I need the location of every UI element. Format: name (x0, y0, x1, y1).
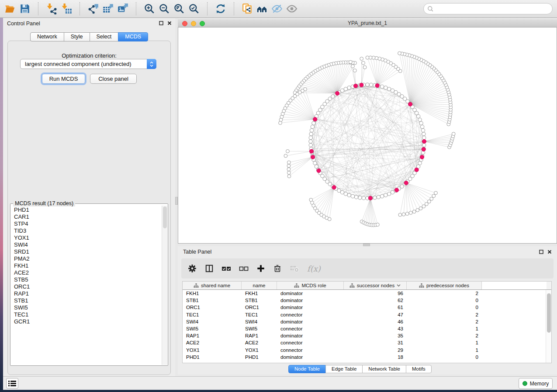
network-node[interactable] (391, 191, 394, 194)
criterion-dropdown[interactable]: largest connected component (undirected) (20, 59, 156, 69)
mcds-result-item[interactable]: STB1 (14, 297, 162, 304)
network-node[interactable] (409, 211, 412, 215)
network-node[interactable] (417, 114, 420, 118)
network-node[interactable] (351, 65, 355, 68)
network-node[interactable] (419, 121, 423, 125)
network-node[interactable] (413, 108, 416, 112)
network-node[interactable] (355, 195, 358, 199)
mcds-node[interactable] (368, 196, 372, 200)
table-row[interactable]: RAP1RAP1dominator352 (183, 332, 546, 339)
network-node[interactable] (422, 132, 426, 136)
mcds-result-item[interactable]: CAR1 (14, 213, 162, 220)
network-node[interactable] (415, 111, 419, 115)
mcds-result-item[interactable]: SWI4 (14, 241, 162, 248)
table-cell[interactable]: 0 (407, 298, 482, 303)
table-cell[interactable]: STB1 (242, 298, 277, 303)
network-node[interactable] (405, 212, 409, 216)
create-column-button[interactable] (256, 264, 265, 273)
network-node[interactable] (362, 196, 365, 200)
network-node[interactable] (373, 196, 377, 199)
tab-mcds[interactable]: MCDS (118, 32, 148, 41)
run-mcds-button[interactable]: Run MCDS (42, 74, 85, 84)
network-node[interactable] (318, 108, 322, 112)
table-cell[interactable]: 46 (344, 319, 407, 324)
table-cell[interactable]: connector (277, 312, 344, 317)
table-cell[interactable]: 47 (344, 312, 407, 317)
mcds-result-item[interactable]: PHD1 (14, 206, 162, 213)
mcds-node[interactable] (375, 83, 379, 87)
network-node[interactable] (309, 132, 313, 136)
network-node[interactable] (434, 191, 438, 195)
table-cell[interactable]: TEC1 (183, 312, 242, 317)
tab-network-table[interactable]: Network Table (362, 365, 406, 373)
table-row[interactable]: ORC1ORC1dominator610 (183, 304, 546, 311)
mcds-result-item[interactable]: YOX1 (14, 234, 162, 241)
network-node[interactable] (337, 189, 341, 193)
network-node[interactable] (309, 143, 312, 147)
tab-network[interactable]: Network (30, 32, 64, 41)
network-node[interactable] (328, 217, 331, 221)
table-cell[interactable]: 62 (344, 298, 407, 303)
network-node[interactable] (321, 105, 324, 109)
mcds-result-item[interactable]: FKH1 (14, 262, 162, 269)
network-node[interactable] (394, 90, 398, 94)
network-node[interactable] (363, 65, 367, 69)
mcds-node[interactable] (336, 91, 339, 95)
network-node[interactable] (311, 125, 314, 128)
table-cell[interactable]: 18 (344, 354, 407, 360)
network-node[interactable] (411, 174, 414, 178)
table-row[interactable]: SWI5SWI5connector431 (183, 325, 546, 332)
table-row[interactable]: STB1STB1dominator620 (183, 297, 546, 304)
mcds-node[interactable] (408, 102, 412, 106)
network-node[interactable] (377, 195, 380, 199)
table-row[interactable]: ACE2ACE2connector311 (183, 339, 546, 346)
network-node[interactable] (402, 213, 405, 216)
network-node[interactable] (353, 69, 356, 72)
table-cell[interactable]: 35 (344, 333, 407, 338)
network-node[interactable] (286, 150, 290, 153)
table-cell[interactable]: SWI5 (242, 326, 277, 331)
mcds-result-item[interactable]: TEC1 (14, 311, 162, 318)
zoom-out-button[interactable] (157, 1, 172, 16)
hide-selected-button[interactable] (270, 1, 284, 16)
zoom-fit-button[interactable] (172, 1, 187, 16)
network-node[interactable] (398, 52, 401, 55)
network-node[interactable] (422, 205, 426, 208)
network-node[interactable] (287, 161, 291, 164)
mcds-node[interactable] (404, 181, 408, 185)
network-node[interactable] (360, 57, 363, 61)
network-node[interactable] (384, 193, 387, 197)
table-cell[interactable]: 2 (407, 312, 482, 317)
network-node[interactable] (347, 86, 351, 89)
table-cell[interactable]: connector (277, 347, 344, 353)
network-node[interactable] (400, 95, 404, 98)
network-node[interactable] (422, 136, 426, 139)
tab-style[interactable]: Style (64, 32, 90, 41)
table-cell[interactable]: 43 (344, 326, 407, 331)
table-cell[interactable]: 1 (407, 340, 482, 345)
network-node[interactable] (421, 125, 424, 128)
mcds-node[interactable] (422, 139, 426, 143)
table-cell[interactable]: RAP1 (242, 333, 277, 338)
network-node[interactable] (387, 87, 391, 91)
network-node[interactable] (378, 57, 381, 61)
table-cell[interactable]: ACE2 (183, 340, 242, 345)
close-panel-icon[interactable] (547, 250, 552, 254)
mcds-result-item[interactable]: RAP1 (14, 290, 162, 297)
table-cell[interactable]: SWI4 (242, 319, 277, 324)
mcds-node[interactable] (311, 155, 315, 159)
table-cell[interactable]: 96 (344, 291, 407, 296)
network-node[interactable] (397, 93, 401, 96)
show-all-button[interactable] (284, 1, 299, 16)
table-scrollbar[interactable] (546, 290, 551, 363)
search-input[interactable] (436, 4, 549, 14)
mcds-result-item[interactable]: STB5 (14, 276, 162, 283)
column-header-shared-name[interactable]: shared name (183, 282, 242, 289)
table-cell[interactable]: ACE2 (242, 340, 277, 345)
save-session-button[interactable] (17, 1, 32, 16)
mcds-node[interactable] (422, 148, 426, 151)
network-node[interactable] (427, 200, 431, 203)
table-cell[interactable]: connector (277, 340, 344, 345)
import-network-button[interactable] (44, 1, 59, 16)
column-header-predecessor-nodes[interactable]: predecessor nodes (407, 282, 482, 289)
